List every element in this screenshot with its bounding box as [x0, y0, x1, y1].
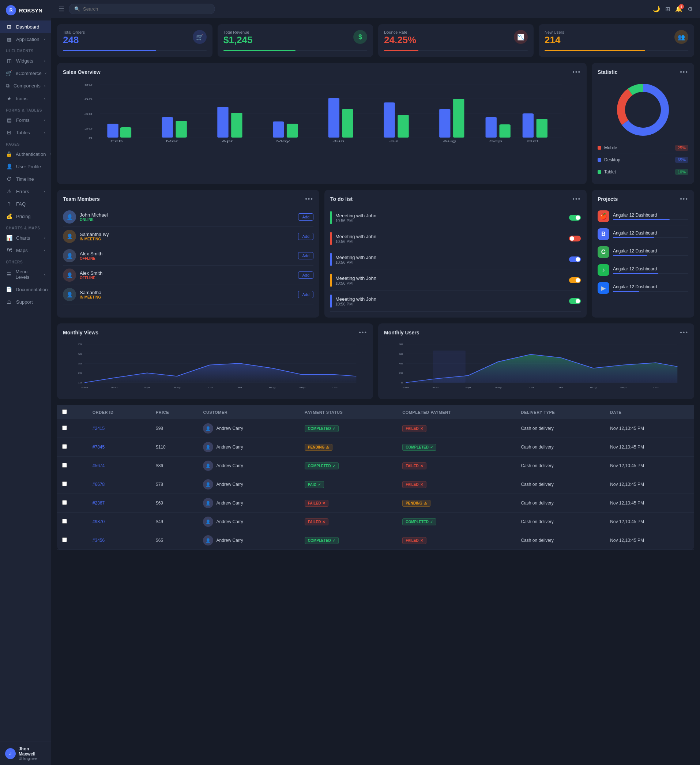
date-cell: Nov 12,10:45 PM [605, 494, 694, 513]
customer-avatar: 👤 [203, 516, 213, 527]
svg-text:Sep: Sep [620, 386, 626, 389]
notifications-button[interactable]: 🔔 8 [675, 5, 683, 13]
sidebar-item-label: Tables [16, 130, 30, 135]
sidebar-item-label: Widgets [16, 58, 33, 64]
todo-toggle[interactable] [569, 236, 581, 241]
row-checkbox[interactable] [62, 444, 67, 449]
todo-time: 10:56 PM [335, 239, 565, 244]
donut-chart [598, 80, 688, 139]
sidebar-item-label: Application [16, 36, 39, 42]
sidebar-item-auth[interactable]: 🔒 Authentication ‹ [0, 148, 51, 160]
panel-title: Projects [598, 196, 618, 202]
sidebar-item-tables[interactable]: ⊟ Tables ‹ [0, 126, 51, 139]
row-checkbox[interactable] [62, 500, 67, 505]
price-cell: $110 [151, 438, 198, 456]
panel-more-button[interactable]: ••• [573, 69, 581, 76]
member-name: Alex Smith [80, 251, 294, 257]
sales-overview-panel: Sales Overview ••• 0 20 40 [57, 63, 587, 184]
delivery-type: Cash on delivery [516, 531, 605, 550]
panel-title: Monthly Views [63, 330, 98, 335]
svg-text:Oct: Oct [332, 386, 338, 389]
order-id: #2415 [93, 426, 105, 431]
add-member-button[interactable]: Add [298, 252, 313, 260]
chevron-icon: ‹ [44, 189, 46, 194]
todo-panel: To do list ••• Meeeting with John 10:56 … [324, 190, 587, 318]
add-member-button[interactable]: Add [298, 233, 313, 240]
stat-card-bounce-rate: Bounce Rate 24.25% 📉 [378, 24, 533, 57]
search-input[interactable] [83, 6, 209, 12]
panel-title: Sales Overview [63, 69, 101, 75]
sidebar-item-timeline[interactable]: ⏱ Timeline [0, 173, 51, 185]
panel-more-button[interactable]: ••• [359, 329, 367, 336]
add-member-button[interactable]: Add [298, 291, 313, 298]
chevron-icon: ‹ [44, 236, 46, 240]
add-member-button[interactable]: Add [298, 271, 313, 279]
sidebar-item-charts[interactable]: 📊 Charts ‹ [0, 231, 51, 244]
sidebar-item-components[interactable]: ⧉ Components ‹ [0, 79, 51, 92]
payment-status-badge: PENDING ⚠ [305, 444, 333, 451]
topbar-icons: 🌙 ⊞ 🔔 8 ⚙ [653, 5, 693, 13]
monthly-views-panel: Monthly Views ••• [57, 323, 373, 399]
price-cell: $65 [151, 531, 198, 550]
sidebar-item-errors[interactable]: ⚠ Errors ‹ [0, 185, 51, 198]
team-member-row: 👤 Alex Smith OFFLINE Add [63, 246, 313, 266]
panel-more-button[interactable]: ••• [305, 196, 313, 202]
row-checkbox[interactable] [62, 463, 67, 468]
charts-icon: 📊 [6, 235, 13, 241]
stat-label: Total Orders [63, 30, 85, 35]
row-checkbox[interactable] [62, 425, 67, 430]
completed-payment-badge: FAILED ✕ [402, 425, 426, 432]
todo-toggle[interactable] [569, 298, 581, 304]
settings-button[interactable]: ⚙ [687, 5, 693, 13]
price-cell: $49 [151, 513, 198, 531]
sidebar-item-dashboard[interactable]: ⊞ Dashboard [0, 20, 51, 33]
menulevels-icon: ☰ [6, 271, 12, 277]
sidebar-item-documentation[interactable]: 📄 Documentation [0, 283, 51, 296]
projects-panel: Projects ••• 🍎 Angular 12 Dashboard B An… [592, 190, 694, 318]
row-checkbox[interactable] [62, 482, 67, 486]
select-all-checkbox[interactable] [62, 409, 67, 414]
todo-content: Meeeting with John 10:56 PM [335, 296, 565, 306]
table-row: #2367 $69 👤 Andrew Carry FAILED ✕ PENDIN… [57, 494, 694, 513]
svg-text:40: 40 [84, 112, 93, 116]
svg-text:Jul: Jul [389, 139, 399, 143]
monthly-views-chart: 10 20 30 50 70 Feb Mar Apr May [63, 341, 367, 393]
todo-toggle[interactable] [569, 215, 581, 220]
team-member-row: 👤 Alex Smith OFFLINE Add [63, 266, 313, 285]
table-row: #2415 $98 👤 Andrew Carry COMPLETED ✓ FAI… [57, 419, 694, 438]
sidebar-item-application[interactable]: ▦ Application ‹ [0, 33, 51, 46]
userprofile-icon: 👤 [6, 164, 13, 169]
svg-rect-21 [231, 113, 242, 138]
panel-more-button[interactable]: ••• [680, 69, 688, 76]
timeline-icon: ⏱ [6, 176, 13, 182]
member-name: John Michael [80, 212, 294, 218]
todo-toggle[interactable] [569, 257, 581, 262]
sidebar-item-support[interactable]: 🛎 Support [0, 296, 51, 308]
support-icon: 🛎 [6, 299, 13, 305]
section-pages: PAGES [0, 139, 51, 148]
sidebar-item-maps[interactable]: 🗺 Maps ‹ [0, 244, 51, 257]
apps-icon[interactable]: ⊞ [665, 5, 670, 13]
dark-mode-toggle[interactable]: 🌙 [653, 5, 660, 13]
todo-toggle[interactable] [569, 277, 581, 283]
sidebar-item-ecommerce[interactable]: 🛒 eCommerce ‹ [0, 67, 51, 79]
todo-title: Meeeting with John [335, 275, 565, 281]
sidebar-item-menulevels[interactable]: ☰ Menu Levels ‹ [0, 266, 51, 283]
row-checkbox[interactable] [62, 537, 67, 542]
row-checkbox[interactable] [62, 519, 67, 524]
completed-payment-badge: FAILED ✕ [402, 463, 426, 469]
sidebar-item-icons[interactable]: ★ Icons ‹ [0, 92, 51, 105]
orders-table-panel: ORDER ID PRICE CUSTOMER PAYMENT STATUS C… [57, 405, 694, 550]
sidebar-item-pricing[interactable]: 💰 Pricing [0, 210, 51, 222]
sidebar-item-faq[interactable]: ? FAQ [0, 198, 51, 210]
svg-rect-25 [453, 99, 464, 138]
panel-more-button[interactable]: ••• [680, 329, 688, 336]
sidebar-item-forms[interactable]: ▤ Forms ‹ [0, 114, 51, 126]
project-icon: ♪ [598, 264, 609, 276]
panel-more-button[interactable]: ••• [680, 196, 688, 202]
add-member-button[interactable]: Add [298, 213, 313, 220]
sidebar-item-widgets[interactable]: ◫ Widgets ‹ [0, 55, 51, 67]
sidebar-item-userprofile[interactable]: 👤 User Profile [0, 160, 51, 173]
menu-toggle-button[interactable]: ☰ [58, 5, 64, 13]
panel-more-button[interactable]: ••• [573, 196, 581, 202]
